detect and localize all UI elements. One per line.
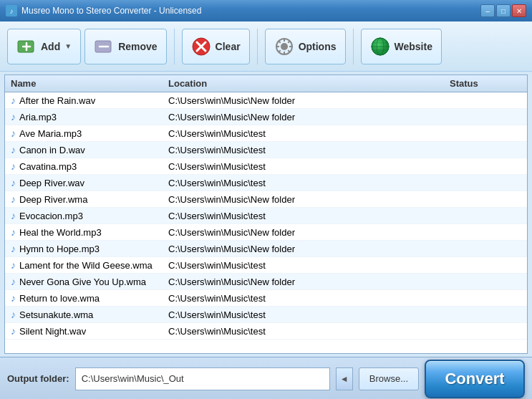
file-music-icon: ♪	[11, 276, 16, 287]
file-location-cell: C:\Users\win\Music\New folder	[168, 194, 450, 205]
remove-label: Remove	[118, 41, 157, 52]
options-button[interactable]: Options	[265, 29, 346, 64]
table-row[interactable]: ♪ Never Gona Give You Up.wma C:\Users\wi…	[5, 274, 527, 290]
file-name-text: Heal the World.mp3	[19, 227, 102, 238]
website-icon	[370, 37, 390, 57]
clear-button[interactable]: Clear	[182, 29, 250, 64]
file-name-cell: ♪ Lament for the Wild Geese.wma	[11, 259, 168, 271]
file-location-cell: C:\Users\win\Music\test	[168, 326, 450, 337]
add-icon	[16, 37, 37, 57]
remove-button[interactable]: Remove	[84, 29, 166, 64]
file-name-text: Never Gona Give You Up.wma	[19, 277, 146, 287]
file-music-icon: ♪	[11, 243, 16, 254]
file-location-cell: C:\Users\win\Music\test	[168, 178, 450, 188]
svg-line-16	[288, 40, 290, 42]
table-row[interactable]: ♪ Aria.mp3 C:\Users\win\Music\New folder	[5, 109, 527, 125]
file-name-text: Aria.mp3	[19, 112, 57, 122]
website-label: Website	[395, 41, 432, 52]
title-buttons: – □ ✕	[480, 4, 526, 17]
file-location-cell: C:\Users\win\Music\New folder	[168, 244, 450, 254]
file-location-cell: C:\Users\win\Music\New folder	[168, 112, 450, 122]
file-music-icon: ♪	[11, 226, 16, 238]
table-row[interactable]: ♪ Heal the World.mp3 C:\Users\win\Music\…	[5, 224, 527, 241]
file-music-icon: ♪	[11, 144, 16, 155]
file-name-text: Lament for the Wild Geese.wma	[19, 260, 153, 271]
file-location-cell: C:\Users\win\Music\New folder	[168, 277, 450, 287]
file-name-cell: ♪ Never Gona Give You Up.wma	[11, 276, 168, 287]
table-row[interactable]: ♪ After the Rain.wav C:\Users\win\Music\…	[5, 92, 527, 109]
file-music-icon: ♪	[11, 193, 16, 205]
file-location-cell: C:\Users\win\Music\New folder	[168, 227, 450, 238]
table-row[interactable]: ♪ Setsunakute.wma C:\Users\win\Music\tes…	[5, 307, 527, 323]
file-location-cell: C:\Users\win\Music\test	[168, 128, 450, 139]
svg-line-17	[279, 50, 281, 52]
file-name-cell: ♪ Heal the World.mp3	[11, 226, 168, 238]
file-name-text: Evocacion.mp3	[19, 211, 83, 221]
file-name-text: After the Rain.wav	[19, 95, 95, 106]
file-location-cell: C:\Users\win\Music\test	[168, 211, 450, 221]
folder-arrow-button[interactable]: ◄	[336, 367, 353, 390]
file-name-text: Canon in D.wav	[19, 145, 85, 155]
minimize-button[interactable]: –	[480, 4, 495, 17]
file-name-text: Cavatina.mp3	[19, 161, 77, 172]
output-folder-input[interactable]	[75, 367, 330, 390]
file-name-cell: ♪ Evocacion.mp3	[11, 210, 168, 221]
file-music-icon: ♪	[11, 210, 16, 221]
toolbar-separator-1	[174, 29, 175, 64]
toolbar-separator-3	[353, 29, 354, 64]
maximize-button[interactable]: □	[496, 4, 511, 17]
browse-button[interactable]: Browse...	[359, 367, 419, 390]
file-location-cell: C:\Users\win\Music\test	[168, 145, 450, 155]
file-music-icon: ♪	[11, 309, 16, 320]
file-location-cell: C:\Users\win\Music\test	[168, 309, 450, 320]
add-button[interactable]: Add ▼	[7, 29, 81, 64]
options-icon	[274, 37, 294, 57]
table-row[interactable]: ♪ Canon in D.wav C:\Users\win\Music\test	[5, 142, 527, 158]
col-status: Status	[450, 78, 521, 89]
file-name-cell: ♪ Cavatina.mp3	[11, 160, 168, 172]
svg-point-9	[281, 43, 288, 50]
table-row[interactable]: ♪ Silent Night.wav C:\Users\win\Music\te…	[5, 323, 527, 340]
file-music-icon: ♪	[11, 95, 16, 106]
table-row[interactable]: ♪ Deep River.wav C:\Users\win\Music\test	[5, 175, 527, 191]
file-location-cell: C:\Users\win\Music\test	[168, 260, 450, 271]
file-location-cell: C:\Users\win\Music\test	[168, 161, 450, 172]
add-label: Add	[41, 41, 60, 52]
table-row[interactable]: ♪ Lament for the Wild Geese.wma C:\Users…	[5, 257, 527, 274]
file-name-cell: ♪ Canon in D.wav	[11, 144, 168, 155]
file-name-cell: ♪ Deep River.wma	[11, 193, 168, 205]
toolbar-separator-2	[257, 29, 258, 64]
output-label: Output folder:	[7, 373, 69, 384]
file-music-icon: ♪	[11, 128, 16, 139]
col-name: Name	[11, 78, 168, 89]
file-name-cell: ♪ Ave Maria.mp3	[11, 128, 168, 139]
file-name-cell: ♪ Silent Night.wav	[11, 325, 168, 337]
website-button[interactable]: Website	[361, 29, 442, 64]
bottom-bar: Output folder: ◄ Browse... Convert	[0, 357, 532, 399]
table-row[interactable]: ♪ Evocacion.mp3 C:\Users\win\Music\test	[5, 208, 527, 224]
table-row[interactable]: ♪ Ave Maria.mp3 C:\Users\win\Music\test	[5, 125, 527, 142]
file-name-cell: ♪ Return to love.wma	[11, 292, 168, 304]
clear-label: Clear	[216, 41, 241, 52]
col-location: Location	[168, 78, 450, 89]
close-button[interactable]: ✕	[512, 4, 526, 17]
file-list-container[interactable]: Name Location Status ♪ After the Rain.wa…	[4, 74, 528, 354]
add-dropdown-arrow[interactable]: ▼	[64, 42, 72, 50]
file-name-cell: ♪ After the Rain.wav	[11, 95, 168, 106]
table-row[interactable]: ♪ Return to love.wma C:\Users\win\Music\…	[5, 290, 527, 307]
file-name-text: Setsunakute.wma	[19, 309, 93, 320]
table-row[interactable]: ♪ Deep River.wma C:\Users\win\Music\New …	[5, 191, 527, 208]
file-name-cell: ♪ Hymn to Hope.mp3	[11, 243, 168, 254]
file-music-icon: ♪	[11, 111, 16, 122]
remove-icon	[94, 37, 114, 57]
file-name-text: Hymn to Hope.mp3	[19, 244, 100, 254]
convert-button[interactable]: Convert	[425, 360, 525, 398]
file-music-icon: ♪	[11, 160, 16, 172]
table-row[interactable]: ♪ Cavatina.mp3 C:\Users\win\Music\test	[5, 158, 527, 175]
file-name-cell: ♪ Aria.mp3	[11, 111, 168, 122]
table-row[interactable]: ♪ Hymn to Hope.mp3 C:\Users\win\Music\Ne…	[5, 241, 527, 257]
file-name-text: Deep River.wav	[19, 178, 84, 188]
file-name-cell: ♪ Deep River.wav	[11, 177, 168, 188]
file-name-text: Silent Night.wav	[19, 326, 86, 337]
file-name-text: Deep River.wma	[19, 194, 87, 205]
